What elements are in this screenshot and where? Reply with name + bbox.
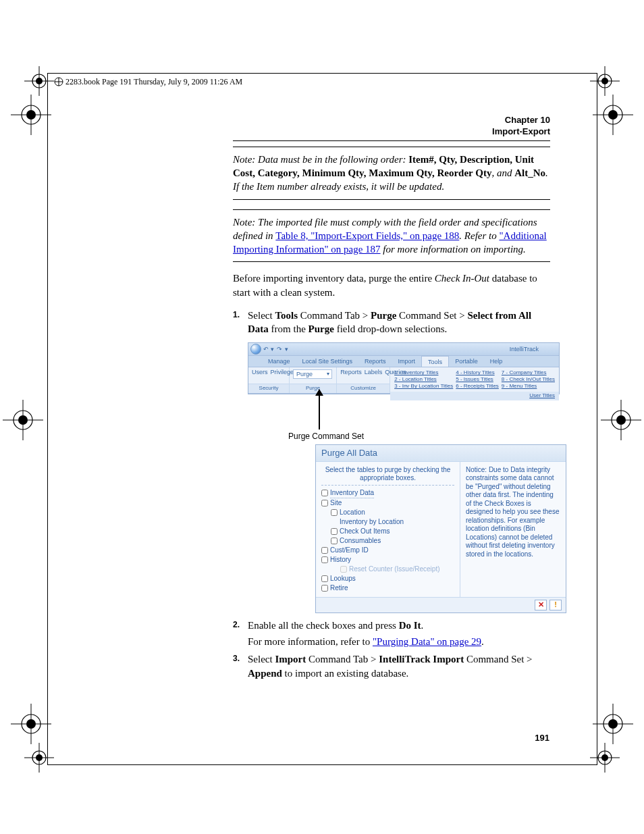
svg-point-15 xyxy=(26,719,36,729)
link-history-titles[interactable]: 4 - History Titles xyxy=(456,369,499,376)
registration-mark-icon xyxy=(601,400,641,440)
registration-mark-icon xyxy=(11,704,51,744)
link-table8[interactable]: Table 8, "Import-Export Fields," on page… xyxy=(275,230,459,241)
registration-mark-icon xyxy=(24,743,54,773)
body-paragraph: Before importing inventory data, purge t… xyxy=(233,271,550,299)
quick-access-toolbar: ↶ ▾ ↷ ▾ xyxy=(263,345,288,353)
note-block-1: Note: Data must be in the following orde… xyxy=(233,147,550,200)
registration-mark-icon xyxy=(3,400,43,440)
close-button[interactable]: ✕ xyxy=(535,600,547,610)
redo-icon[interactable]: ↷ xyxy=(277,345,282,353)
chk-checkout-items[interactable] xyxy=(331,528,338,535)
note-block-2: Note: The imported file must comply with… xyxy=(233,209,550,263)
crop-line xyxy=(47,764,597,765)
chk-inventory-data[interactable] xyxy=(321,490,328,496)
chk-site[interactable] xyxy=(321,500,328,506)
chapter-title: Import-Export xyxy=(233,126,550,138)
dialog-title: Purge All Data xyxy=(316,445,566,462)
svg-point-19 xyxy=(36,754,43,761)
do-it-button[interactable]: ! xyxy=(549,600,562,610)
qat-more-icon[interactable]: ▾ xyxy=(285,345,288,353)
lbl-cust-emp-id: Cust/Emp ID xyxy=(330,546,369,555)
dialog-notice: Notice: Due to Data integrity constraint… xyxy=(460,462,566,597)
svg-point-3 xyxy=(36,78,43,84)
svg-point-35 xyxy=(608,719,618,729)
divider xyxy=(233,140,550,141)
link-menu-titles[interactable]: 9 - Menu Titles xyxy=(502,383,555,390)
chk-history[interactable] xyxy=(321,556,328,563)
undo-icon[interactable]: ↶ ▾ xyxy=(263,345,274,353)
group-label-customize: Customize xyxy=(337,384,390,393)
chk-reset-counter xyxy=(340,566,347,573)
tab-import[interactable]: Import xyxy=(392,356,422,367)
page-number: 191 xyxy=(535,733,549,743)
arrow-label: Purge Command Set xyxy=(288,431,364,442)
registration-mark-icon xyxy=(590,66,620,96)
link-location-titles[interactable]: 2 - Location Titles xyxy=(394,376,453,383)
lbl-inventory-data: Inventory Data xyxy=(330,488,374,498)
user-titles-links: 1 - Inventory Titles 4 - History Titles … xyxy=(390,367,559,392)
group-label-security: Security xyxy=(248,384,289,393)
svg-point-27 xyxy=(608,110,618,120)
tab-manage[interactable]: Manage xyxy=(262,356,296,367)
reports-button[interactable]: Reports xyxy=(340,369,362,376)
tab-reports[interactable]: Reports xyxy=(358,356,392,367)
registration-mark-icon xyxy=(590,743,620,773)
link-purging-data[interactable]: "Purging Data" on page 29 xyxy=(373,636,481,647)
users-button[interactable]: Users xyxy=(252,369,268,376)
link-issues-titles[interactable]: 5 - Issues Titles xyxy=(456,376,499,383)
dialog-instructions: Select the tables to purge by checking t… xyxy=(321,466,454,486)
tab-local-site-settings[interactable]: Local Site Settings xyxy=(296,356,359,367)
lbl-checkout-items: Check Out Items xyxy=(340,527,390,536)
chk-cust-emp-id[interactable] xyxy=(321,547,328,554)
crop-line xyxy=(597,73,597,765)
tab-tools[interactable]: Tools xyxy=(421,356,449,367)
office-orb-icon[interactable] xyxy=(250,344,261,355)
svg-point-31 xyxy=(616,415,626,425)
callout-arrow: Purge Command Set xyxy=(248,397,550,444)
svg-point-39 xyxy=(601,754,608,761)
running-head: 2283.book Page 191 Thursday, July 9, 200… xyxy=(54,77,550,87)
note-text: Note: Data must be in the following orde… xyxy=(233,154,408,165)
lbl-location: Location xyxy=(340,508,365,517)
lbl-history: History xyxy=(330,555,351,565)
ribbon-tabs: Manage Local Site Settings Reports Impor… xyxy=(248,356,559,367)
lbl-inv-by-location: Inventory by Location xyxy=(340,517,404,527)
link-invbyloc-titles[interactable]: 3 - Inv By Location Titles xyxy=(394,383,453,390)
chapter-heading: Chapter 10 Import-Export xyxy=(233,115,550,138)
chapter-number: Chapter 10 xyxy=(233,115,550,126)
labels-button[interactable]: Labels xyxy=(365,369,383,376)
lbl-retire: Retire xyxy=(330,583,348,593)
lbl-reset-counter: Reset Counter (Issue/Receipt) xyxy=(349,565,440,574)
crop-line xyxy=(47,73,48,765)
chk-retire[interactable] xyxy=(321,585,328,592)
registration-mark-icon xyxy=(593,95,633,135)
registration-mark-icon xyxy=(593,704,633,744)
ribbon-screenshot: ↶ ▾ ↷ ▾ IntelliTrack Manage Local Site S… xyxy=(248,342,560,394)
link-inventory-titles[interactable]: 1 - Inventory Titles xyxy=(394,369,453,376)
chk-lookups[interactable] xyxy=(321,575,328,582)
lbl-lookups: Lookups xyxy=(330,574,356,583)
purge-combo[interactable]: Purge xyxy=(293,369,332,379)
step-1: Select Tools Command Tab > Purge Command… xyxy=(233,309,550,613)
svg-point-7 xyxy=(26,110,36,120)
step-2: Enable all the check boxes and press Do … xyxy=(233,619,550,649)
purge-all-data-dialog: Purge All Data Select the tables to purg… xyxy=(315,444,566,613)
step-3: Select Import Command Tab > IntelliTrack… xyxy=(233,652,550,680)
tab-help[interactable]: Help xyxy=(484,356,509,367)
chk-location[interactable] xyxy=(331,509,338,516)
registration-mark-icon xyxy=(11,95,51,135)
book-icon xyxy=(54,77,63,86)
tab-portable[interactable]: Portable xyxy=(449,356,484,367)
lbl-consumables: Consumables xyxy=(340,536,381,546)
link-company-titles[interactable]: 7 - Company Titles xyxy=(502,369,555,376)
link-receipts-titles[interactable]: 6 - Receipts Titles xyxy=(456,383,499,390)
group-label-purge: Purge xyxy=(290,384,336,393)
link-checkinout-titles[interactable]: 8 - Check In/Out Titles xyxy=(502,376,555,383)
lbl-site: Site xyxy=(330,498,342,508)
crop-line xyxy=(47,73,597,74)
svg-point-11 xyxy=(18,415,28,425)
chk-consumables[interactable] xyxy=(331,538,338,544)
registration-mark-icon xyxy=(24,66,54,96)
running-head-text: 2283.book Page 191 Thursday, July 9, 200… xyxy=(65,77,242,86)
